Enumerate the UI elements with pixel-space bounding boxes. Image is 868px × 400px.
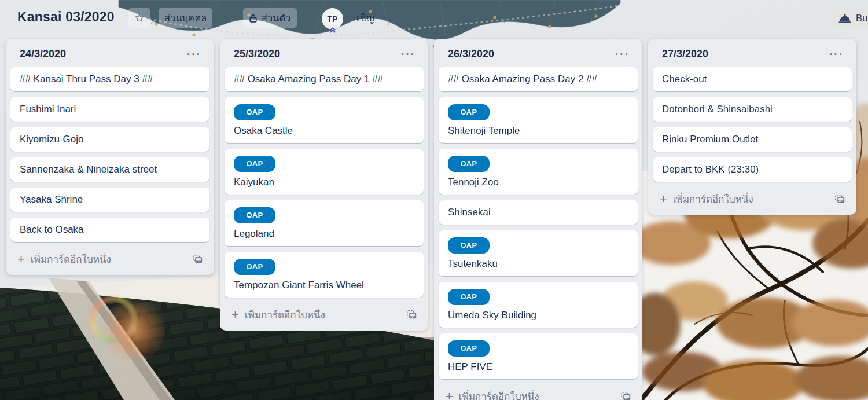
card-title: Osaka Castle bbox=[234, 125, 293, 136]
card[interactable]: Shinsekai bbox=[439, 200, 638, 225]
card[interactable]: ## Kansai Thru Pass Day 3 ## bbox=[10, 67, 209, 91]
card-title: Tsutenkaku bbox=[448, 258, 498, 269]
add-card-button[interactable]: +เพิ่มการ์ดอีกใบหนึ่ง bbox=[660, 191, 753, 207]
plus-icon: + bbox=[17, 255, 25, 264]
card[interactable]: OAPKaiyukan bbox=[225, 149, 424, 195]
list-header: 25/3/2020··· bbox=[225, 43, 424, 67]
card[interactable]: Yasaka Shrine bbox=[10, 188, 209, 212]
card-title: Legoland bbox=[234, 228, 274, 239]
visibility-label: ส่วนตัว bbox=[262, 10, 291, 25]
card-title: HEP FIVE bbox=[448, 361, 492, 372]
card-title: Rinku Premium Outlet bbox=[662, 134, 758, 145]
card[interactable]: OAPHEP FIVE bbox=[439, 333, 638, 379]
card-title: Back to Osaka bbox=[20, 224, 84, 235]
card-stack: ## Osaka Amazing Pass Day 2 ##OAPShiteno… bbox=[439, 67, 638, 379]
list-title[interactable]: 25/3/2020 bbox=[234, 48, 280, 60]
card-label-oap[interactable]: OAP bbox=[448, 104, 490, 120]
butler-button[interactable]: Bu bbox=[832, 8, 868, 28]
add-card-button[interactable]: +เพิ่มการ์ดอีกใบหนึ่ง bbox=[446, 388, 539, 400]
card-template-button[interactable] bbox=[192, 254, 204, 265]
card-template-button[interactable] bbox=[406, 309, 418, 320]
card[interactable]: Kiyomizu-Gojo bbox=[10, 127, 209, 152]
list-header: 27/3/2020··· bbox=[653, 43, 852, 67]
list: 26/3/2020···## Osaka Amazing Pass Day 2 … bbox=[434, 39, 642, 400]
board-title[interactable]: Kansai 03/2020 bbox=[17, 9, 115, 25]
list-footer: +เพิ่มการ์ดอีกใบหนึ่ง bbox=[10, 249, 209, 268]
card[interactable]: Fushimi Inari bbox=[10, 97, 209, 122]
card[interactable]: Check-out bbox=[653, 67, 852, 91]
list-menu-button[interactable]: ··· bbox=[185, 49, 204, 60]
add-card-button[interactable]: +เพิ่มการ์ดอีกใบหนึ่ง bbox=[17, 251, 111, 267]
card[interactable]: Rinku Premium Outlet bbox=[653, 127, 852, 152]
card-title: Fushimi Inari bbox=[20, 104, 76, 115]
list-header: 24/3/2020··· bbox=[10, 43, 209, 67]
card-title: Check-out bbox=[662, 74, 707, 85]
card[interactable]: OAPLegoland bbox=[225, 200, 424, 246]
card[interactable]: Sannenzaka & Nineizaka street bbox=[10, 157, 209, 182]
card-title: Shinsekai bbox=[448, 207, 491, 218]
invite-button[interactable]: เชิญ bbox=[351, 8, 380, 28]
card-label-oap[interactable]: OAP bbox=[234, 259, 275, 275]
card-title: ## Osaka Amazing Pass Day 1 ## bbox=[234, 74, 383, 85]
list-menu-button[interactable]: ··· bbox=[827, 49, 846, 60]
card-template-button[interactable] bbox=[620, 391, 632, 400]
card-stack: ## Kansai Thru Pass Day 3 ##Fushimi Inar… bbox=[10, 67, 209, 242]
visibility-button[interactable]: ส่วนตัว bbox=[243, 8, 297, 28]
list-footer: +เพิ่มการ์ดอีกใบหนึ่ง bbox=[439, 386, 638, 400]
card[interactable]: Dotonbori & Shinsaibashi bbox=[653, 97, 852, 122]
card[interactable]: OAPShitenoji Temple bbox=[439, 97, 638, 143]
card-title: Umeda Sky Building bbox=[448, 310, 536, 321]
card-title: Dotonbori & Shinsaibashi bbox=[662, 104, 773, 115]
card[interactable]: ## Osaka Amazing Pass Day 1 ## bbox=[225, 67, 424, 91]
card-title: Tennoji Zoo bbox=[448, 177, 499, 188]
admin-badge-icon bbox=[329, 27, 336, 34]
add-card-label: เพิ่มการ์ดอีกใบหนึ่ง bbox=[673, 191, 753, 207]
list: 25/3/2020···## Osaka Amazing Pass Day 1 … bbox=[220, 39, 428, 331]
card[interactable]: OAPTsutenkaku bbox=[439, 230, 638, 276]
lock-icon bbox=[249, 14, 258, 23]
card[interactable]: ## Osaka Amazing Pass Day 2 ## bbox=[439, 67, 638, 91]
card[interactable]: Back to Osaka bbox=[10, 218, 209, 242]
board-header: Kansai 03/2020 ☆ ส่วนบุคคล ส่วนตัว TP เช… bbox=[0, 0, 868, 36]
member-avatar[interactable]: TP bbox=[322, 8, 343, 30]
list: 24/3/2020···## Kansai Thru Pass Day 3 ##… bbox=[6, 39, 214, 275]
add-card-button[interactable]: +เพิ่มการ์ดอีกใบหนึ่ง bbox=[231, 307, 325, 322]
add-card-label: เพิ่มการ์ดอีกใบหนึ่ง bbox=[31, 251, 111, 267]
card[interactable]: OAPUmeda Sky Building bbox=[439, 282, 638, 328]
star-board-button[interactable]: ☆ bbox=[128, 8, 150, 28]
list-title[interactable]: 27/3/2020 bbox=[662, 48, 708, 60]
card-title: Yasaka Shrine bbox=[20, 194, 83, 205]
star-icon: ☆ bbox=[134, 11, 145, 25]
list-menu-button[interactable]: ··· bbox=[613, 49, 632, 60]
list: 27/3/2020···Check-outDotonbori & Shinsai… bbox=[648, 39, 856, 215]
card-template-button[interactable] bbox=[834, 193, 846, 204]
card-label-oap[interactable]: OAP bbox=[448, 340, 490, 357]
butler-label: Bu bbox=[856, 13, 868, 24]
card-label-oap[interactable]: OAP bbox=[234, 104, 275, 120]
list-title[interactable]: 26/3/2020 bbox=[448, 48, 494, 60]
plus-icon: + bbox=[660, 195, 667, 204]
list-title[interactable]: 24/3/2020 bbox=[20, 48, 66, 60]
card-title: Tempozan Giant Farris Wheel bbox=[234, 280, 364, 291]
card-label-oap[interactable]: OAP bbox=[234, 207, 275, 223]
card[interactable]: OAPOsaka Castle bbox=[225, 97, 424, 143]
plus-icon: + bbox=[446, 392, 453, 400]
card-label-oap[interactable]: OAP bbox=[448, 289, 490, 305]
card[interactable]: OAPTempozan Giant Farris Wheel bbox=[225, 252, 424, 298]
card-label-oap[interactable]: OAP bbox=[234, 156, 275, 172]
card-label-oap[interactable]: OAP bbox=[448, 237, 490, 254]
card-label-oap[interactable]: OAP bbox=[448, 156, 490, 172]
workspace-button[interactable]: ส่วนบุคคล bbox=[159, 8, 212, 28]
workspace-label: ส่วนบุคคล bbox=[164, 10, 207, 25]
card-title: ## Kansai Thru Pass Day 3 ## bbox=[20, 74, 153, 85]
plus-icon: + bbox=[231, 310, 239, 320]
cloche-icon bbox=[838, 13, 851, 24]
list-menu-button[interactable]: ··· bbox=[399, 49, 418, 60]
list-header: 26/3/2020··· bbox=[439, 43, 638, 67]
card-stack: Check-outDotonbori & ShinsaibashiRinku P… bbox=[653, 67, 852, 182]
card[interactable]: OAPTennoji Zoo bbox=[439, 149, 638, 195]
card[interactable]: Depart to BKK (23:30) bbox=[653, 157, 852, 182]
list-footer: +เพิ่มการ์ดอีกใบหนึ่ง bbox=[653, 189, 852, 208]
card-title: Kaiyukan bbox=[234, 177, 274, 188]
card-stack: ## Osaka Amazing Pass Day 1 ##OAPOsaka C… bbox=[225, 67, 424, 298]
